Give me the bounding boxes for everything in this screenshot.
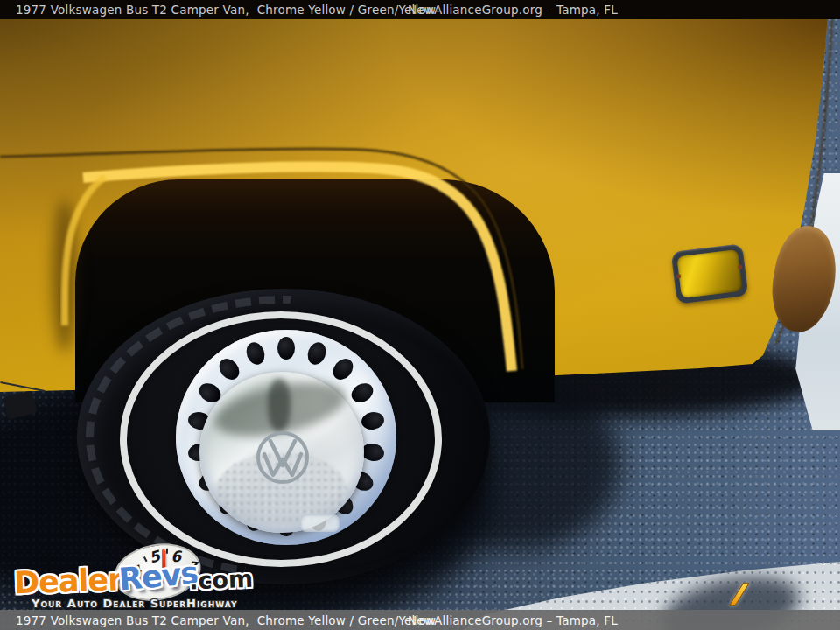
rim-hole — [215, 354, 243, 383]
hubcap — [200, 372, 364, 533]
photo-stage: 4 5 6 7 → Dealer Revs .com Your Auto Dea… — [0, 0, 840, 630]
top-caption-bar: 1977 Volkswagen Bus T2 Camper Van, Chrom… — [0, 0, 840, 19]
wheel-arch-left-shade — [52, 200, 77, 353]
corner-stripes-logo — [744, 584, 824, 606]
hubcap-reflection-figure — [268, 379, 290, 431]
top-bar-title: 1977 Volkswagen Bus T2 Camper Van, Chrom… — [16, 0, 436, 19]
rim-hole — [360, 441, 386, 462]
side-marker-light — [671, 243, 749, 304]
marker-light-lens — [676, 249, 742, 298]
rim-hole — [304, 340, 329, 367]
dealerrevs-watermark: 4 5 6 7 → Dealer Revs .com Your Auto Dea… — [9, 546, 289, 614]
bottom-bar-dealer: NewAllianceGroup.org – Tampa, FL — [408, 610, 618, 630]
brand-tld-text: .com — [189, 567, 254, 593]
marker-screw — [738, 264, 743, 270]
brand-dealer-text: Dealer — [13, 564, 122, 598]
rim-hole — [348, 379, 377, 405]
rim-hole — [244, 340, 269, 367]
brand-revs-text: Revs — [118, 558, 200, 596]
watermark-tagline: Your Auto Dealer SuperHighway — [32, 597, 237, 610]
rim-hole — [277, 337, 295, 360]
bottom-bar-title: 1977 Volkswagen Bus T2 Camper Van, Chrom… — [16, 610, 436, 630]
gauge-tick — [166, 549, 168, 554]
rim-hole — [329, 354, 357, 383]
bottom-caption-bar: 1977 Volkswagen Bus T2 Camper Van, Chrom… — [0, 610, 840, 630]
hubcap-clip-tab — [300, 514, 340, 532]
vw-logo-icon — [253, 428, 312, 487]
top-bar-dealer: NewAllianceGroup.org – Tampa, FL — [408, 0, 618, 19]
rim-hole — [360, 410, 386, 431]
